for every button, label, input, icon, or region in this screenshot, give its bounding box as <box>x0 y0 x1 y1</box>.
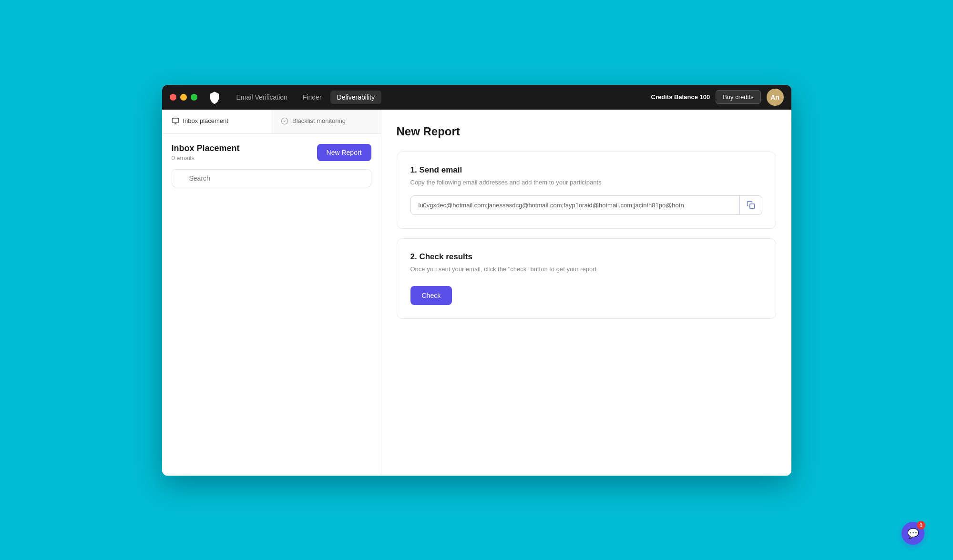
tab-inbox-placement[interactable]: Inbox placement <box>162 110 272 133</box>
close-button[interactable] <box>170 94 176 101</box>
search-input[interactable] <box>172 169 371 187</box>
minimize-button[interactable] <box>180 94 187 101</box>
chat-icon: 💬 <box>907 528 919 539</box>
tab-blacklist-monitoring[interactable]: Blacklist monitoring <box>271 110 381 133</box>
credits-label: Credits Balance 100 <box>651 93 710 101</box>
step2-description: Once you sent your email, click the "che… <box>410 265 762 273</box>
page-title: New Report <box>397 125 776 138</box>
sidebar-subtitle: 0 emails <box>172 154 240 162</box>
chat-bubble[interactable]: 💬 1 <box>902 522 924 545</box>
credits-value: 100 <box>699 93 710 101</box>
step1-description: Copy the following email addresses and a… <box>410 179 762 186</box>
sidebar-title: Inbox Placement <box>172 143 240 153</box>
chat-badge: 1 <box>917 521 925 529</box>
sidebar: Inbox placement Blacklist monitoring In <box>162 110 381 476</box>
titlebar: Email Verification Finder Deliverability… <box>162 85 791 110</box>
main-content: New Report 1. Send email Copy the follow… <box>381 110 791 476</box>
search-wrapper: 🔍 <box>172 169 371 187</box>
step1-card: 1. Send email Copy the following email a… <box>397 152 776 229</box>
email-field-wrapper <box>410 195 762 215</box>
inbox-icon <box>172 117 179 125</box>
nav-deliverability[interactable]: Deliverability <box>330 91 381 104</box>
nav-email-verification[interactable]: Email Verification <box>230 91 294 104</box>
buy-credits-button[interactable]: Buy credits <box>716 90 760 104</box>
svg-rect-2 <box>749 204 754 209</box>
step2-card: 2. Check results Once you sent your emai… <box>397 238 776 319</box>
check-circle-icon <box>281 117 288 125</box>
nav: Email Verification Finder Deliverability <box>230 91 651 104</box>
sidebar-title-group: Inbox Placement 0 emails <box>172 143 240 162</box>
check-button[interactable]: Check <box>410 286 452 305</box>
nav-right: Credits Balance 100 Buy credits An <box>651 89 784 106</box>
app-logo <box>207 90 222 105</box>
copy-button[interactable] <box>739 196 762 214</box>
email-addresses-field[interactable] <box>411 196 739 214</box>
svg-rect-0 <box>172 118 178 122</box>
traffic-lights <box>170 94 197 101</box>
step1-title: 1. Send email <box>410 165 762 175</box>
avatar[interactable]: An <box>767 89 784 106</box>
maximize-button[interactable] <box>191 94 197 101</box>
sidebar-content: Inbox Placement 0 emails New Report 🔍 <box>162 134 381 476</box>
nav-finder[interactable]: Finder <box>296 91 328 104</box>
step2-title: 2. Check results <box>410 252 762 262</box>
new-report-button[interactable]: New Report <box>317 144 371 161</box>
sidebar-header: Inbox Placement 0 emails New Report <box>172 143 371 162</box>
main-layout: Inbox placement Blacklist monitoring In <box>162 110 791 476</box>
sidebar-tabs: Inbox placement Blacklist monitoring <box>162 110 381 134</box>
